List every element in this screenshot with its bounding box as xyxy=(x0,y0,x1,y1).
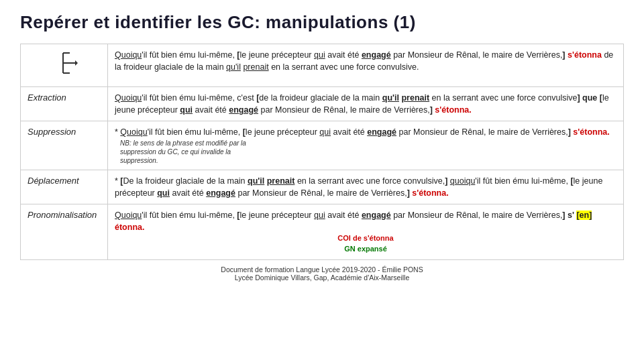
page-title: Repérer et identifier les GC: manipulati… xyxy=(20,12,624,33)
row-content-deplacement: * [De la froideur glaciale de la main qu… xyxy=(108,170,624,204)
row-content-pronominalisation: Quoiqu'il fût bien ému lui-même, [le jeu… xyxy=(108,204,624,259)
icon-cell xyxy=(21,44,108,87)
coi-label: COI de s'étonna xyxy=(115,233,616,244)
table-row: Quoiqu'il fût bien ému lui-même, [le jeu… xyxy=(21,44,624,87)
svg-marker-4 xyxy=(75,60,78,66)
row-label-pronominalisation: Pronominalisation xyxy=(21,204,108,259)
table-row: Pronominalisation Quoiqu'il fût bien ému… xyxy=(21,204,624,259)
row-content-suppression: * Quoiqu'il fût bien ému lui-même, [le j… xyxy=(108,121,624,170)
intro-sentence: Quoiqu'il fût bien ému lui-même, [le jeu… xyxy=(108,44,624,87)
table-row: Suppression * Quoiqu'il fût bien ému lui… xyxy=(21,121,624,170)
table-row: Déplacement * [De la froideur glaciale d… xyxy=(21,170,624,204)
bracket-icon xyxy=(51,49,78,78)
row-label-suppression: Suppression xyxy=(21,121,108,170)
footer: Document de formation Langue Lycée 2019-… xyxy=(20,265,624,282)
row-label-extraction: Extraction xyxy=(21,87,108,121)
manipulations-table: Quoiqu'il fût bien ému lui-même, [le jeu… xyxy=(20,44,624,260)
row-label-deplacement: Déplacement xyxy=(21,170,108,204)
row-content-extraction: Quoiqu'il fût bien ému lui-même, c'est [… xyxy=(108,87,624,121)
nb-note: NB: le sens de la phrase est modifié par… xyxy=(120,139,268,165)
gn-label: GN expansé xyxy=(115,244,616,255)
table-row: Extraction Quoiqu'il fût bien ému lui-mê… xyxy=(21,87,624,121)
